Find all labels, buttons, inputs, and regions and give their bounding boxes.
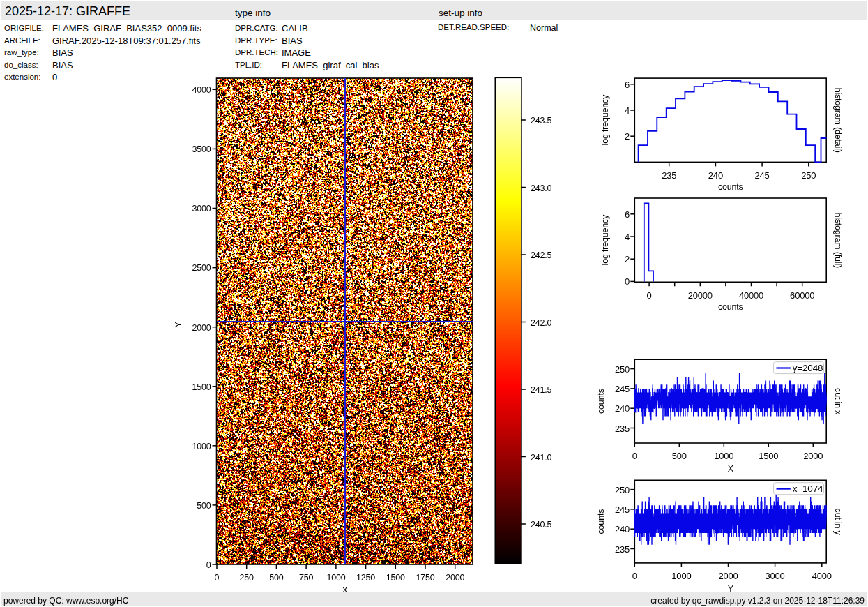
svg-text:counts: counts (718, 182, 743, 192)
svg-text:245: 245 (615, 504, 630, 515)
svg-text:0: 0 (647, 290, 652, 301)
svg-text:y=2048: y=2048 (793, 363, 823, 373)
svg-text:counts: counts (718, 302, 743, 312)
svg-text:500: 500 (672, 451, 687, 461)
svg-text:log frequency: log frequency (600, 214, 610, 265)
svg-text:250: 250 (801, 170, 816, 181)
svg-text:240: 240 (615, 403, 630, 414)
svg-text:240.5: 240.5 (531, 520, 552, 530)
svg-text:3000: 3000 (192, 204, 211, 213)
svg-text:0: 0 (625, 276, 630, 287)
svg-text:750: 750 (299, 573, 314, 583)
svg-text:X: X (728, 464, 734, 474)
svg-text:4000: 4000 (812, 571, 832, 581)
svg-text:500: 500 (197, 501, 211, 511)
svg-text:6: 6 (625, 80, 630, 90)
svg-text:x=1074: x=1074 (793, 484, 823, 494)
svg-text:235: 235 (615, 544, 630, 555)
svg-text:cut in y: cut in y (833, 509, 843, 536)
svg-text:250: 250 (615, 485, 630, 495)
svg-text:240: 240 (708, 170, 723, 181)
svg-text:2: 2 (625, 254, 630, 264)
svg-text:counts: counts (596, 389, 606, 414)
svg-text:40000: 40000 (739, 290, 763, 301)
svg-text:241.0: 241.0 (531, 453, 552, 463)
svg-text:histogram (full): histogram (full) (833, 212, 843, 267)
svg-text:245: 245 (615, 384, 630, 394)
svg-text:1500: 1500 (192, 382, 211, 392)
svg-text:histogram (detail): histogram (detail) (833, 88, 843, 153)
svg-text:0: 0 (632, 571, 637, 581)
svg-text:1500: 1500 (759, 451, 778, 461)
svg-text:241.5: 241.5 (531, 385, 552, 395)
svg-text:250: 250 (240, 573, 254, 583)
svg-text:242.5: 242.5 (531, 250, 552, 260)
svg-text:245: 245 (755, 170, 770, 181)
svg-text:1250: 1250 (356, 573, 375, 583)
svg-text:1000: 1000 (192, 442, 211, 451)
svg-text:counts: counts (596, 509, 606, 534)
svg-text:250: 250 (615, 364, 630, 375)
svg-text:1750: 1750 (416, 573, 434, 583)
svg-text:1000: 1000 (714, 451, 733, 461)
svg-text:2000: 2000 (803, 451, 823, 461)
svg-text:20000: 20000 (688, 290, 713, 301)
svg-text:235: 235 (615, 424, 630, 434)
svg-text:4: 4 (625, 232, 630, 242)
svg-text:6: 6 (625, 209, 630, 220)
svg-text:2000: 2000 (718, 571, 738, 581)
svg-text:0: 0 (206, 560, 211, 570)
svg-text:242.0: 242.0 (531, 318, 552, 328)
svg-text:4000: 4000 (192, 85, 211, 95)
svg-text:243.0: 243.0 (531, 183, 552, 193)
svg-text:Y: Y (174, 322, 183, 328)
svg-text:500: 500 (269, 573, 284, 583)
svg-text:2000: 2000 (446, 573, 464, 583)
svg-text:3500: 3500 (192, 144, 211, 154)
svg-text:240: 240 (615, 524, 630, 534)
svg-text:cut in x: cut in x (833, 388, 843, 415)
svg-text:60000: 60000 (790, 290, 814, 301)
svg-text:1500: 1500 (386, 573, 405, 583)
svg-text:235: 235 (662, 170, 676, 181)
svg-text:2: 2 (625, 131, 630, 142)
svg-text:1000: 1000 (326, 573, 345, 583)
svg-text:243.5: 243.5 (531, 116, 552, 126)
svg-text:2500: 2500 (192, 263, 211, 273)
svg-text:log frequency: log frequency (600, 94, 610, 145)
svg-text:1000: 1000 (671, 571, 691, 581)
svg-text:3000: 3000 (766, 571, 785, 581)
svg-text:0: 0 (632, 451, 637, 461)
svg-text:4: 4 (625, 105, 630, 116)
svg-text:0: 0 (215, 573, 220, 583)
svg-text:2000: 2000 (192, 323, 211, 333)
